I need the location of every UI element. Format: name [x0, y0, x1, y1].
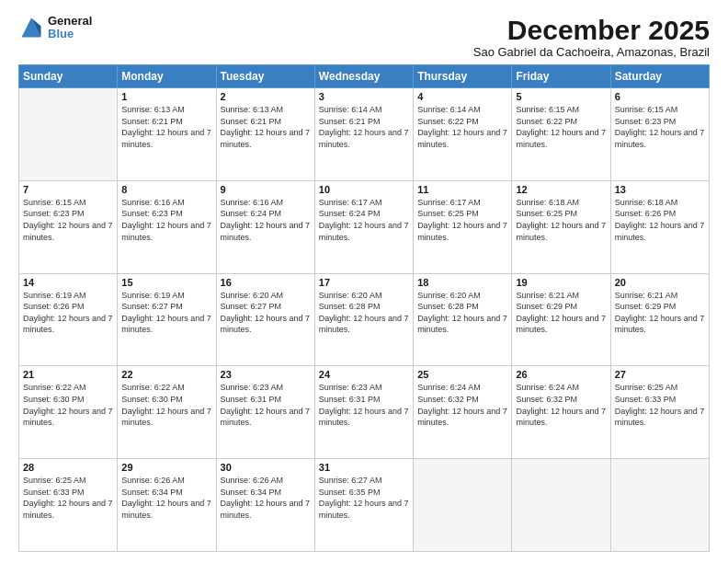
calendar-day: [19, 88, 118, 181]
sunset: Sunset: 6:23 PM: [615, 117, 677, 126]
sunrise: Sunrise: 6:25 AM: [23, 476, 86, 485]
calendar-header-row: Sunday Monday Tuesday Wednesday Thursday…: [19, 65, 710, 88]
day-number: 22: [121, 369, 211, 380]
calendar-day: 18 Sunrise: 6:20 AM Sunset: 6:28 PM Dayl…: [414, 273, 512, 366]
day-number: 16: [221, 277, 311, 288]
day-number: 6: [615, 91, 705, 102]
sunrise: Sunrise: 6:20 AM: [319, 291, 382, 300]
sunset: Sunset: 6:21 PM: [121, 117, 183, 126]
calendar-day: 4 Sunrise: 6:14 AM Sunset: 6:22 PM Dayli…: [414, 88, 512, 181]
daylight: Daylight: 12 hours and 7 minutes.: [319, 499, 409, 520]
sunset: Sunset: 6:32 PM: [417, 395, 479, 404]
day-number: 2: [221, 91, 311, 102]
calendar-subtitle: Sao Gabriel da Cachoeira, Amazonas, Braz…: [473, 45, 710, 59]
daylight: Daylight: 12 hours and 7 minutes.: [516, 128, 606, 149]
daylight: Daylight: 12 hours and 7 minutes.: [23, 407, 113, 428]
calendar-day: [610, 459, 709, 552]
sunrise: Sunrise: 6:20 AM: [417, 291, 481, 300]
daylight: Daylight: 12 hours and 7 minutes.: [121, 221, 211, 242]
day-number: 7: [23, 184, 113, 195]
day-number: 31: [319, 462, 409, 473]
sunset: Sunset: 6:21 PM: [221, 117, 282, 126]
calendar-day: 3 Sunrise: 6:14 AM Sunset: 6:21 PM Dayli…: [314, 88, 413, 181]
sunset: Sunset: 6:33 PM: [615, 395, 677, 404]
day-number: 27: [615, 369, 705, 380]
sunrise: Sunrise: 6:14 AM: [319, 105, 382, 114]
sunset: Sunset: 6:27 PM: [221, 302, 282, 311]
calendar-title: December 2025: [473, 15, 710, 45]
sunrise: Sunrise: 6:22 AM: [23, 383, 86, 392]
day-number: 8: [121, 184, 211, 195]
daylight: Daylight: 12 hours and 7 minutes.: [121, 314, 211, 335]
day-number: 25: [417, 369, 507, 380]
calendar-day: 9 Sunrise: 6:16 AM Sunset: 6:24 PM Dayli…: [216, 180, 314, 273]
sunset: Sunset: 6:22 PM: [516, 117, 577, 126]
day-info: Sunrise: 6:27 AM Sunset: 6:35 PM Dayligh…: [319, 475, 409, 521]
day-info: Sunrise: 6:23 AM Sunset: 6:31 PM Dayligh…: [221, 382, 311, 428]
sunrise: Sunrise: 6:26 AM: [221, 476, 284, 485]
day-number: 21: [23, 369, 113, 380]
day-number: 28: [23, 462, 113, 473]
sunset: Sunset: 6:29 PM: [615, 302, 677, 311]
sunrise: Sunrise: 6:19 AM: [121, 291, 185, 300]
daylight: Daylight: 12 hours and 7 minutes.: [121, 407, 211, 428]
day-number: 24: [319, 369, 409, 380]
daylight: Daylight: 12 hours and 7 minutes.: [221, 221, 311, 242]
calendar-day: 13 Sunrise: 6:18 AM Sunset: 6:26 PM Dayl…: [610, 180, 709, 273]
daylight: Daylight: 12 hours and 7 minutes.: [221, 314, 311, 335]
sunrise: Sunrise: 6:23 AM: [319, 383, 382, 392]
sunrise: Sunrise: 6:13 AM: [221, 105, 284, 114]
sunrise: Sunrise: 6:17 AM: [417, 198, 481, 207]
sunrise: Sunrise: 6:13 AM: [121, 105, 185, 114]
day-number: 15: [121, 277, 211, 288]
daylight: Daylight: 12 hours and 7 minutes.: [615, 314, 705, 335]
sunset: Sunset: 6:22 PM: [417, 117, 479, 126]
daylight: Daylight: 12 hours and 7 minutes.: [319, 314, 409, 335]
calendar-day: 16 Sunrise: 6:20 AM Sunset: 6:27 PM Dayl…: [216, 273, 314, 366]
sunset: Sunset: 6:21 PM: [319, 117, 381, 126]
sunrise: Sunrise: 6:19 AM: [23, 291, 86, 300]
logo-icon: [18, 15, 44, 40]
sunrise: Sunrise: 6:23 AM: [221, 383, 284, 392]
calendar-day: 31 Sunrise: 6:27 AM Sunset: 6:35 PM Dayl…: [314, 459, 413, 552]
col-friday: Friday: [512, 65, 610, 88]
day-number: 26: [516, 369, 606, 380]
calendar-day: 20 Sunrise: 6:21 AM Sunset: 6:29 PM Dayl…: [610, 273, 709, 366]
header: General Blue December 2025 Sao Gabriel d…: [18, 15, 710, 59]
daylight: Daylight: 12 hours and 7 minutes.: [417, 407, 507, 428]
daylight: Daylight: 12 hours and 7 minutes.: [319, 221, 409, 242]
day-info: Sunrise: 6:20 AM Sunset: 6:27 PM Dayligh…: [221, 290, 311, 336]
daylight: Daylight: 12 hours and 7 minutes.: [615, 407, 705, 428]
sunrise: Sunrise: 6:25 AM: [615, 383, 678, 392]
calendar-day: 23 Sunrise: 6:23 AM Sunset: 6:31 PM Dayl…: [216, 366, 314, 459]
day-number: 17: [319, 277, 409, 288]
calendar-day: 15 Sunrise: 6:19 AM Sunset: 6:27 PM Dayl…: [118, 273, 216, 366]
day-info: Sunrise: 6:22 AM Sunset: 6:30 PM Dayligh…: [23, 382, 113, 428]
calendar-week-2: 7 Sunrise: 6:15 AM Sunset: 6:23 PM Dayli…: [19, 180, 710, 273]
calendar-day: 27 Sunrise: 6:25 AM Sunset: 6:33 PM Dayl…: [610, 366, 709, 459]
logo: General Blue: [18, 15, 92, 41]
sunrise: Sunrise: 6:15 AM: [23, 198, 86, 207]
day-number: 10: [319, 184, 409, 195]
sunrise: Sunrise: 6:16 AM: [121, 198, 185, 207]
day-info: Sunrise: 6:22 AM Sunset: 6:30 PM Dayligh…: [121, 382, 211, 428]
day-info: Sunrise: 6:17 AM Sunset: 6:24 PM Dayligh…: [319, 197, 409, 243]
day-info: Sunrise: 6:21 AM Sunset: 6:29 PM Dayligh…: [615, 290, 705, 336]
sunset: Sunset: 6:29 PM: [516, 302, 577, 311]
day-number: 5: [516, 91, 606, 102]
daylight: Daylight: 12 hours and 7 minutes.: [516, 407, 606, 428]
sunset: Sunset: 6:31 PM: [221, 395, 282, 404]
day-info: Sunrise: 6:15 AM Sunset: 6:23 PM Dayligh…: [615, 104, 705, 150]
day-number: 18: [417, 277, 507, 288]
calendar-day: 22 Sunrise: 6:22 AM Sunset: 6:30 PM Dayl…: [118, 366, 216, 459]
sunrise: Sunrise: 6:26 AM: [121, 476, 185, 485]
col-tuesday: Tuesday: [216, 65, 314, 88]
calendar-day: 14 Sunrise: 6:19 AM Sunset: 6:26 PM Dayl…: [19, 273, 118, 366]
daylight: Daylight: 12 hours and 7 minutes.: [319, 407, 409, 428]
sunset: Sunset: 6:27 PM: [121, 302, 183, 311]
calendar-day: 21 Sunrise: 6:22 AM Sunset: 6:30 PM Dayl…: [19, 366, 118, 459]
day-info: Sunrise: 6:16 AM Sunset: 6:23 PM Dayligh…: [121, 197, 211, 243]
sunset: Sunset: 6:24 PM: [319, 209, 381, 218]
sunset: Sunset: 6:34 PM: [221, 488, 282, 497]
sunset: Sunset: 6:26 PM: [615, 209, 677, 218]
